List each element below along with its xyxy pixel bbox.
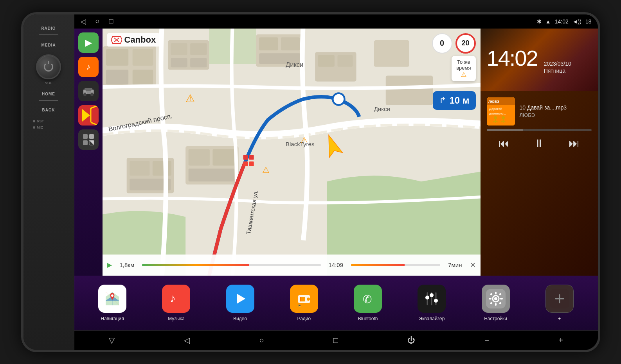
clock-row: 14:02 2023/03/10 Пятница <box>487 45 592 74</box>
svg-rect-29 <box>259 37 278 50</box>
svg-rect-103 <box>500 298 503 299</box>
bottom-nav-minus[interactable]: − <box>480 333 494 348</box>
top-recent-btn[interactable]: □ <box>109 17 113 25</box>
app-settings[interactable]: Настройки <box>482 285 510 321</box>
rst-item[interactable]: RST <box>33 119 44 123</box>
left-panel: RADIO MEDIA VOL HOME BACK RST MIC <box>23 14 74 350</box>
svg-rect-44 <box>385 75 432 105</box>
app-music-icon: ♪ <box>162 285 190 313</box>
svg-marker-15 <box>89 140 94 145</box>
svg-point-72 <box>502 116 505 119</box>
bottom-nav-home[interactable]: ○ <box>255 333 269 348</box>
app-bluetooth-icon: ✆ <box>354 285 382 313</box>
canbox-logo: Canbox <box>107 33 160 47</box>
map-bottom-bar: ▶ 1,8км 14:09 7мин ✕ <box>103 255 481 276</box>
nav-distance-text: 10 м <box>449 95 469 106</box>
svg-text:📻: 📻 <box>297 303 301 307</box>
svg-rect-37 <box>188 149 209 165</box>
app-radio[interactable]: 📻 Радио <box>290 285 318 321</box>
nav-instruction: То же время ⚠ <box>452 56 475 81</box>
track-artist: ЛЮБЭ <box>520 112 592 118</box>
current-speed: 0 <box>432 33 452 54</box>
music-progress-bar[interactable] <box>487 129 592 131</box>
nav-instruction-line2: время <box>456 65 471 71</box>
app-eq-icon <box>418 285 446 313</box>
svg-rect-26 <box>171 58 187 67</box>
rst-mic-section: RST MIC <box>33 119 64 129</box>
top-back-btn[interactable]: ◁ <box>81 17 86 26</box>
app-navigation[interactable]: Навигация <box>98 285 126 321</box>
svg-rect-43 <box>374 40 409 67</box>
app-video-icon <box>226 285 254 313</box>
app-video[interactable]: Видео <box>226 285 254 321</box>
map-progress-bar <box>142 264 320 266</box>
app-sidebar: ▶ ♪ i <box>74 29 103 276</box>
volume-level: 18 <box>585 18 592 25</box>
app-radio-label: Радио <box>297 316 311 321</box>
svg-rect-22 <box>132 70 153 84</box>
svg-rect-86 <box>300 297 301 301</box>
app-equalizer[interactable]: Эквалайзер <box>418 285 446 321</box>
top-home-btn[interactable]: ○ <box>95 17 100 25</box>
status-bar: ◁ ○ □ ✱ ▲ 14:02 ◄)) 18 <box>74 14 598 29</box>
svg-rect-13 <box>89 134 94 139</box>
svg-rect-101 <box>495 303 497 306</box>
svg-text:длинною...: длинною... <box>489 112 506 115</box>
back-label: BACK <box>42 108 55 112</box>
music-progress-fill <box>487 129 524 131</box>
home-label: HOME <box>42 92 55 96</box>
power-knob-container[interactable]: VOL <box>36 54 61 85</box>
app-add-slot[interactable]: + <box>545 285 574 321</box>
app-music-label: Музыка <box>168 316 184 321</box>
sidebar-grid-icon[interactable] <box>78 129 99 150</box>
bottom-nav-plus[interactable]: + <box>554 333 568 348</box>
map-eta-minutes: 7мин <box>448 262 462 268</box>
app-settings-icon <box>482 285 510 313</box>
prev-track-btn[interactable]: ⏮ <box>496 134 512 152</box>
music-controls: ⏮ ⏸ ⏭ <box>487 134 592 152</box>
mic-item[interactable]: MIC <box>33 126 43 129</box>
svg-text:✆: ✆ <box>363 293 372 305</box>
map-distance-total: 1,8км <box>120 262 135 268</box>
radio-label: RADIO <box>41 26 56 30</box>
sidebar-car-icon[interactable]: i <box>78 81 99 101</box>
app-music[interactable]: ♪ Музыка <box>162 285 190 321</box>
svg-rect-38 <box>212 149 235 165</box>
vol-label: VOL <box>45 81 52 85</box>
mic-label: MIC <box>37 126 43 129</box>
map-progress-fill2 <box>351 264 405 266</box>
bottom-nav-power[interactable]: ⏻ <box>403 333 420 348</box>
bottom-nav-back[interactable]: ◁ <box>179 332 194 348</box>
map-close-btn[interactable]: ✕ <box>470 261 476 269</box>
media-label: MEDIA <box>41 43 56 47</box>
app-bluetooth[interactable]: ✆ Bluetooth <box>354 285 382 321</box>
svg-point-92 <box>425 296 429 299</box>
rst-label: RST <box>37 119 44 123</box>
album-art-inner: ЛЮБЭ Дорогой длинною... <box>487 97 515 126</box>
svg-text:Дикси: Дикси <box>285 61 303 68</box>
svg-text:⚠: ⚠ <box>185 92 195 104</box>
svg-rect-41 <box>318 55 334 66</box>
svg-point-94 <box>430 293 434 297</box>
app-maps-icon <box>98 285 126 313</box>
bottom-nav-triangle[interactable]: ▽ <box>104 332 119 348</box>
album-art: ЛЮБЭ Дорогой длинною... <box>487 97 515 126</box>
sidebar-kino-icon[interactable] <box>78 105 99 126</box>
svg-text:ЛЮБЭ: ЛЮБЭ <box>488 100 500 104</box>
sidebar-carplay-icon[interactable]: ▶ <box>78 32 99 53</box>
svg-rect-57 <box>243 161 248 166</box>
svg-text:⚠: ⚠ <box>262 165 269 174</box>
bottom-nav-recent[interactable]: □ <box>329 333 343 348</box>
power-knob[interactable] <box>36 54 61 79</box>
right-panel: 14:02 2023/03/10 Пятница <box>481 29 598 276</box>
svg-text:⚠: ⚠ <box>300 136 308 145</box>
map-play-icon: ▶ <box>107 261 112 269</box>
clock-widget: 14:02 2023/03/10 Пятница <box>481 29 598 91</box>
pause-btn[interactable]: ⏸ <box>531 134 547 152</box>
map-area[interactable]: Волгоградский просп. Ташкентская ул. Дик… <box>103 29 481 276</box>
svg-rect-25 <box>190 43 207 55</box>
svg-rect-20 <box>132 49 153 65</box>
next-track-btn[interactable]: ⏭ <box>566 134 582 152</box>
sidebar-yandex-icon[interactable]: ♪ <box>78 57 99 77</box>
svg-point-2 <box>83 93 86 96</box>
